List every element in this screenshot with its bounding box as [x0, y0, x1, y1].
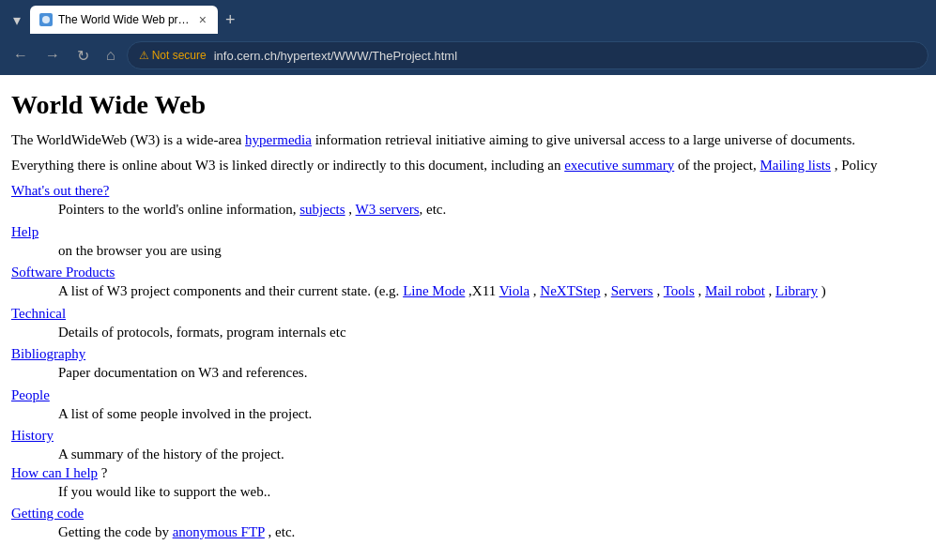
subjects-link[interactable]: subjects: [299, 202, 345, 217]
history-link[interactable]: History: [11, 428, 925, 444]
forward-button[interactable]: →: [39, 43, 66, 68]
second-line-mid: of the project,: [674, 158, 760, 173]
back-button[interactable]: ←: [8, 43, 34, 68]
bibliography-link[interactable]: Bibliography: [11, 346, 925, 362]
warning-icon: ⚠: [139, 49, 149, 62]
second-line-end: , Policy: [831, 158, 878, 173]
w3servers-link[interactable]: W3 servers: [356, 202, 420, 217]
address-bar: ← → ↻ ⌂ ⚠ Not secure info.cern.ch/hypert…: [0, 36, 936, 75]
executive-summary-link[interactable]: executive summary: [564, 158, 674, 173]
getting-code-desc: Getting the code by anonymous FTP , etc.: [58, 522, 925, 543]
getting-code-link[interactable]: Getting code: [11, 506, 925, 522]
page-title: World Wide Web: [11, 90, 925, 120]
browser-chrome: ▾ The World Wide Web project × + ← → ↻ ⌂…: [0, 0, 936, 75]
people-desc: A list of some people involved in the pr…: [58, 403, 925, 425]
help-desc: on the browser you are using: [58, 240, 925, 262]
anonymous-ftp-link[interactable]: anonymous FTP: [173, 524, 265, 539]
security-label: Not secure: [152, 49, 207, 62]
line-mode-link[interactable]: Line Mode: [403, 283, 465, 298]
technical-desc: Details of protocols, formats, program i…: [58, 322, 925, 343]
how-can-i-help-line: How can I help ?: [11, 465, 107, 480]
how-can-i-help-link[interactable]: How can I help: [11, 465, 98, 480]
tools-link[interactable]: Tools: [664, 283, 695, 298]
servers-link[interactable]: Servers: [611, 283, 653, 298]
url-text: info.cern.ch/hypertext/WWW/TheProject.ht…: [214, 49, 457, 63]
mail-robot-link[interactable]: Mail robot: [705, 283, 765, 298]
technical-link[interactable]: Technical: [11, 306, 925, 322]
section-software-products: Software Products A list of W3 project c…: [11, 265, 925, 302]
whats-out-there-desc: Pointers to the world's online informati…: [58, 199, 925, 220]
second-paragraph: Everything there is online about W3 is l…: [11, 155, 925, 176]
software-products-desc: A list of W3 project components and thei…: [58, 280, 925, 302]
people-link[interactable]: People: [11, 387, 925, 403]
tab-favicon-icon: [39, 13, 53, 26]
software-products-link[interactable]: Software Products: [11, 265, 925, 280]
svg-point-0: [42, 16, 50, 23]
hypermedia-link[interactable]: hypermedia: [245, 132, 312, 147]
url-bar[interactable]: ⚠ Not secure info.cern.ch/hypertext/WWW/…: [127, 41, 928, 69]
tab-close-button[interactable]: ×: [197, 12, 208, 27]
tab-dropdown-button[interactable]: ▾: [8, 8, 26, 33]
how-can-i-help-desc: If you would like to support the web..: [58, 481, 925, 503]
help-link[interactable]: Help: [11, 224, 925, 240]
section-technical: Technical Details of protocols, formats,…: [11, 306, 925, 343]
home-button[interactable]: ⌂: [100, 43, 121, 68]
section-people: People A list of some people involved in…: [11, 387, 925, 425]
how-can-i-help-suffix: ?: [98, 465, 107, 480]
intro-text-end: information retrieval initiative aiming …: [312, 132, 855, 147]
nextstep-link[interactable]: NeXTStep: [540, 283, 600, 298]
browser-tab[interactable]: The World Wide Web project ×: [30, 6, 218, 34]
section-bibliography: Bibliography Paper documentation on W3 a…: [11, 346, 925, 384]
new-tab-button[interactable]: +: [218, 7, 243, 34]
bibliography-desc: Paper documentation on W3 and references…: [58, 362, 925, 384]
whats-out-there-link[interactable]: What's out there?: [11, 183, 925, 199]
viola-link[interactable]: Viola: [499, 283, 529, 298]
mailing-lists-link[interactable]: Mailing lists: [760, 158, 830, 173]
history-desc: A summary of the history of the project.: [58, 444, 925, 465]
tab-title: The World Wide Web project: [58, 13, 193, 26]
dropdown-arrow-icon: ▾: [13, 12, 21, 28]
section-help: Help on the browser you are using: [11, 224, 925, 262]
section-how-can-i-help: How can I help ? If you would like to su…: [11, 465, 925, 503]
refresh-button[interactable]: ↻: [71, 43, 95, 68]
tab-bar: ▾ The World Wide Web project × +: [0, 0, 936, 36]
section-whats-out-there: What's out there? Pointers to the world'…: [11, 183, 925, 220]
intro-paragraph: The WorldWideWeb (W3) is a wide-area hyp…: [11, 129, 925, 151]
library-link[interactable]: Library: [775, 283, 818, 298]
section-history: History A summary of the history of the …: [11, 428, 925, 465]
security-warning: ⚠ Not secure: [139, 49, 207, 62]
second-line-start: Everything there is online about W3 is l…: [11, 158, 564, 173]
section-getting-code: Getting code Getting the code by anonymo…: [11, 506, 925, 543]
page-content: World Wide Web The WorldWideWeb (W3) is …: [0, 75, 936, 551]
intro-text-start: The WorldWideWeb (W3) is a wide-area: [11, 132, 245, 147]
